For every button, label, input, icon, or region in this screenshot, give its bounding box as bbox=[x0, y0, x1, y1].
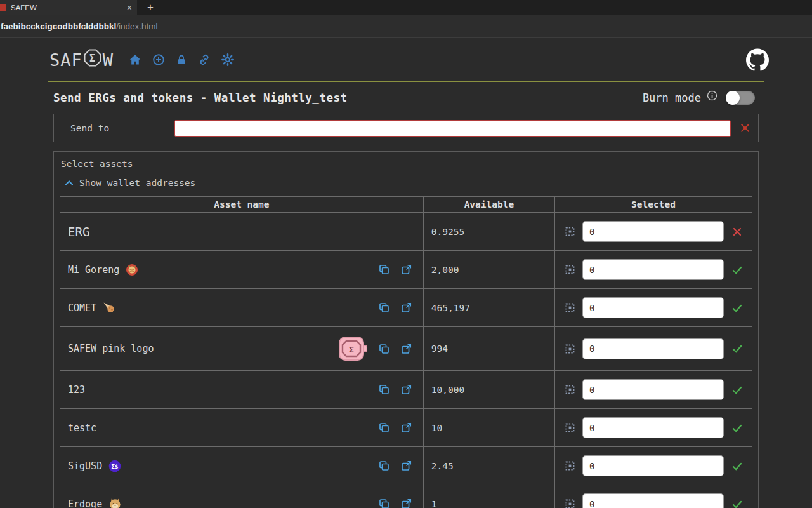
home-icon[interactable] bbox=[129, 53, 141, 66]
send-panel: Send ERGs and tokens - Wallet Nightly_te… bbox=[48, 81, 764, 508]
selected-amount-input[interactable] bbox=[582, 297, 724, 318]
url-text-suffix: /index.html bbox=[116, 22, 157, 31]
max-amount-button[interactable] bbox=[565, 461, 575, 471]
safew-logo: SAF Σ W bbox=[49, 48, 114, 71]
asset-name: ERG bbox=[68, 225, 89, 239]
copy-token-id-button[interactable] bbox=[379, 344, 390, 354]
selected-cell bbox=[555, 485, 752, 508]
valid-check-icon bbox=[731, 498, 743, 508]
add-wallet-icon[interactable] bbox=[152, 53, 165, 66]
max-amount-button[interactable] bbox=[565, 385, 575, 394]
nav-icons bbox=[129, 53, 234, 66]
column-header-available: Available bbox=[423, 197, 554, 213]
assets-table-header-row: Asset name Available Selected bbox=[60, 197, 752, 213]
open-token-external-button[interactable] bbox=[401, 460, 412, 471]
mi-goreng-token-icon bbox=[126, 264, 138, 276]
selected-amount-input[interactable] bbox=[582, 338, 724, 359]
connector-link-icon[interactable] bbox=[198, 53, 211, 66]
asset-name: SigUSD bbox=[68, 460, 102, 472]
settings-gear-icon[interactable] bbox=[221, 53, 234, 66]
send-to-input[interactable] bbox=[174, 120, 731, 137]
copy-token-id-button[interactable] bbox=[379, 460, 390, 471]
asset-name-cell: SAFEW pink logoΣ bbox=[60, 327, 424, 371]
new-tab-button[interactable]: + bbox=[147, 1, 154, 14]
column-header-asset-name: Asset name bbox=[60, 197, 424, 213]
tab-close-icon[interactable]: × bbox=[127, 3, 132, 12]
available-cell: 1 bbox=[423, 485, 554, 508]
asset-name: testc bbox=[68, 422, 96, 434]
asset-name: 123 bbox=[68, 384, 85, 396]
available-cell: 2.45 bbox=[423, 447, 554, 485]
available-amount: 10,000 bbox=[424, 385, 554, 395]
github-icon[interactable] bbox=[746, 48, 769, 71]
address-bar[interactable]: faebibcckcigcodbbfclddbbkl/index.html bbox=[0, 15, 812, 38]
max-amount-button[interactable] bbox=[565, 227, 575, 236]
select-assets-label: Select assets bbox=[61, 159, 752, 169]
selected-cell bbox=[555, 251, 752, 289]
chevron-up-icon bbox=[65, 178, 74, 188]
selected-cell bbox=[555, 327, 752, 371]
svg-text:Σ: Σ bbox=[349, 345, 354, 354]
valid-check-icon bbox=[731, 343, 743, 354]
available-amount: 465,197 bbox=[424, 303, 554, 313]
page-title: Send ERGs and tokens - Wallet Nightly_te… bbox=[53, 91, 348, 104]
send-to-clear-icon[interactable] bbox=[740, 123, 750, 133]
browser-tab-strip: SAFEW × + bbox=[0, 0, 812, 15]
selected-amount-input[interactable] bbox=[582, 455, 724, 476]
copy-token-id-button[interactable] bbox=[379, 422, 390, 433]
selected-cell bbox=[555, 371, 752, 409]
asset-row: Erdoge1 bbox=[60, 485, 752, 508]
max-amount-button[interactable] bbox=[565, 423, 575, 432]
open-token-external-button[interactable] bbox=[401, 344, 412, 354]
valid-check-icon bbox=[731, 460, 743, 472]
url-text-main: faebibcckcigcodbbfclddbbkl bbox=[1, 22, 116, 31]
toggle-thumb bbox=[726, 91, 740, 105]
selected-amount-input[interactable] bbox=[582, 221, 724, 242]
open-token-external-button[interactable] bbox=[401, 498, 412, 508]
max-amount-button[interactable] bbox=[565, 344, 575, 354]
sigusd-token-icon: Σ$ bbox=[108, 460, 121, 472]
selected-cell bbox=[555, 289, 752, 327]
erdoge-token-icon bbox=[108, 497, 122, 508]
copy-token-id-button[interactable] bbox=[379, 498, 390, 508]
open-token-external-button[interactable] bbox=[401, 384, 412, 395]
browser-tab[interactable]: SAFEW × bbox=[0, 0, 137, 15]
valid-check-icon bbox=[731, 264, 743, 276]
burn-mode-toggle[interactable] bbox=[726, 91, 755, 105]
selected-amount-input[interactable] bbox=[582, 379, 724, 400]
assets-table: Asset name Available Selected ERG0.9255M… bbox=[60, 196, 752, 508]
asset-name: Mi Goreng bbox=[68, 264, 119, 276]
copy-token-id-button[interactable] bbox=[379, 384, 390, 395]
available-amount: 0.9255 bbox=[424, 227, 554, 237]
invalid-x-icon bbox=[731, 227, 743, 237]
selected-amount-input[interactable] bbox=[582, 493, 724, 508]
open-token-external-button[interactable] bbox=[401, 264, 412, 275]
lock-icon[interactable] bbox=[176, 53, 187, 66]
open-token-external-button[interactable] bbox=[401, 422, 412, 433]
asset-name-cell: SigUSDΣ$ bbox=[60, 447, 424, 485]
asset-name-cell: Erdoge bbox=[60, 485, 424, 508]
sigma-octagon-icon: Σ bbox=[82, 48, 103, 71]
selected-amount-input[interactable] bbox=[582, 259, 724, 280]
send-to-label: Send to bbox=[62, 123, 174, 133]
selected-cell bbox=[555, 409, 752, 447]
show-wallet-addresses-toggle[interactable]: Show wallet addresses bbox=[65, 178, 752, 188]
send-to-box: Send to bbox=[53, 114, 759, 142]
copy-token-id-button[interactable] bbox=[379, 302, 390, 313]
selected-amount-input[interactable] bbox=[582, 417, 724, 438]
valid-check-icon bbox=[731, 384, 743, 396]
asset-name-cell: ERG bbox=[60, 213, 424, 251]
asset-name: COMET bbox=[68, 302, 96, 314]
available-amount: 10 bbox=[424, 423, 554, 433]
asset-name-cell: 123 bbox=[60, 371, 424, 409]
logo-text-left: SAF bbox=[49, 50, 82, 70]
burn-mode-info-icon[interactable] bbox=[707, 90, 717, 101]
max-amount-button[interactable] bbox=[565, 265, 575, 274]
tab-favicon-icon bbox=[0, 4, 6, 11]
open-token-external-button[interactable] bbox=[401, 302, 412, 313]
column-header-selected: Selected bbox=[555, 197, 752, 213]
asset-name-cell: testc bbox=[60, 409, 424, 447]
max-amount-button[interactable] bbox=[565, 303, 575, 312]
copy-token-id-button[interactable] bbox=[379, 264, 390, 275]
max-amount-button[interactable] bbox=[565, 499, 575, 508]
